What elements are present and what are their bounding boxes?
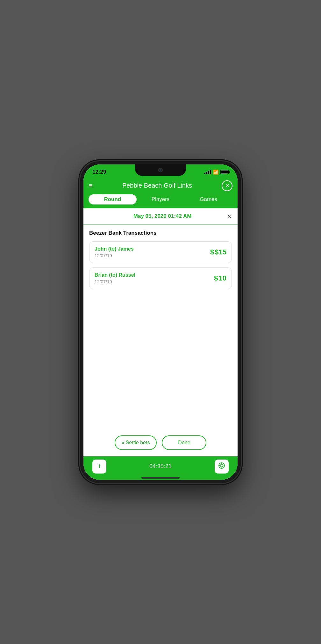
- header-close-button[interactable]: ✕: [222, 180, 232, 191]
- phone-device: 12:29 📶 ≡ Pebble Beach Golf Links: [80, 161, 241, 483]
- home-indicator: [141, 477, 180, 479]
- wifi-icon: 📶: [213, 170, 218, 175]
- header-row: ≡ Pebble Beach Golf Links ✕: [89, 180, 232, 191]
- date-header: May 05, 2020 01:42 AM ×: [83, 208, 238, 225]
- target-button[interactable]: [215, 460, 229, 474]
- elapsed-time: 04:35:21: [149, 463, 172, 470]
- notch: [135, 164, 186, 176]
- phone-screen: 12:29 📶 ≡ Pebble Beach Golf Links: [83, 164, 238, 480]
- tab-games[interactable]: Games: [184, 194, 232, 204]
- section-title: Beezer Bank Transactions: [89, 230, 232, 236]
- transaction-card-2: Brian (to) Russel 12/07/19 $10: [89, 267, 232, 289]
- transaction-name-2: Brian (to) Russel: [95, 272, 135, 278]
- transaction-info-1: John (to) James 12/07/19: [95, 246, 134, 258]
- transaction-amount-2: $10: [214, 274, 226, 282]
- bottom-buttons: « Settle bets Done: [83, 430, 238, 456]
- svg-point-1: [220, 464, 223, 467]
- transaction-date-2: 12/07/19: [95, 279, 135, 284]
- transaction-date-1: 12/07/19: [95, 253, 134, 258]
- date-close-button[interactable]: ×: [227, 213, 231, 220]
- target-icon: [218, 462, 225, 471]
- info-icon: i: [98, 463, 100, 470]
- close-icon: ✕: [225, 182, 230, 189]
- content-area: May 05, 2020 01:42 AM × Beezer Bank Tran…: [83, 208, 238, 456]
- tab-round[interactable]: Round: [89, 194, 137, 204]
- transaction-amount-1: $$15: [210, 248, 226, 256]
- menu-icon[interactable]: ≡: [89, 182, 93, 190]
- transaction-name-1: John (to) James: [95, 246, 134, 252]
- done-button[interactable]: Done: [162, 435, 206, 450]
- signal-bars-icon: [204, 170, 211, 174]
- round-date: May 05, 2020 01:42 AM: [97, 213, 227, 219]
- camera: [158, 168, 163, 172]
- info-button[interactable]: i: [92, 460, 106, 474]
- app-header: ≡ Pebble Beach Golf Links ✕ Round Player…: [83, 178, 238, 208]
- app-title: Pebble Beach Golf Links: [122, 182, 192, 189]
- tab-players[interactable]: Players: [137, 194, 185, 204]
- settle-bets-button[interactable]: « Settle bets: [115, 435, 157, 450]
- transaction-card-1: John (to) James 12/07/19 $$15: [89, 241, 232, 263]
- battery-icon: [220, 170, 229, 174]
- transactions-section: Beezer Bank Transactions John (to) James…: [83, 225, 238, 430]
- tabs-row: Round Players Games: [89, 194, 232, 204]
- status-time: 12:29: [92, 169, 106, 175]
- app-bottom-bar: i 04:35:21: [83, 456, 238, 480]
- status-icons: 📶: [204, 170, 229, 175]
- transaction-info-2: Brian (to) Russel 12/07/19: [95, 272, 135, 284]
